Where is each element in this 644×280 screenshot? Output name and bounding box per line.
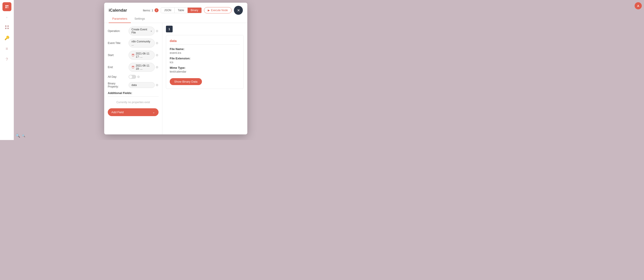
field-label-operation: Operation:	[108, 29, 127, 33]
data-field-extension: File Extension: ics	[170, 57, 240, 64]
items-info: Items: 1 i	[143, 8, 158, 12]
items-label: Items: 1	[143, 9, 153, 12]
additional-fields-label: Additional Fields:	[108, 91, 158, 95]
show-binary-data-button[interactable]: Show Binary Data	[170, 78, 202, 85]
event-title-value: n8n Community ...	[132, 40, 150, 46]
data-field-filename: File Name: event.ics	[170, 47, 240, 54]
field-row-all-day: All Day: ⚙	[108, 75, 158, 79]
field-row-operation: Operation: Create Event File ▾ ⚙	[108, 26, 158, 35]
field-control-event-title: n8n Community ... ⚙	[128, 39, 158, 48]
event-title-gear-icon[interactable]: ⚙	[156, 41, 158, 45]
svg-rect-6	[5, 25, 6, 27]
sidebar: › 🔑 ≡ ?	[0, 0, 14, 140]
field-control-start: ⏰ 2021-06-11 17: ... ⚙	[128, 51, 158, 60]
data-card: data File Name: event.ics File Extension…	[166, 35, 244, 89]
operation-select-value: Create Event File	[132, 28, 151, 34]
no-properties-text: Currently no properties exist	[108, 99, 158, 106]
sidebar-collapse-btn[interactable]: ›	[4, 15, 10, 20]
play-icon: ▶	[208, 9, 210, 12]
node-modal: iCalendar Items: 1 i JSON Table Binary ▶…	[104, 3, 247, 135]
end-gear-icon[interactable]: ⚙	[156, 65, 158, 69]
sidebar-icon-list[interactable]: ≡	[3, 45, 10, 52]
data-card-title: data	[170, 39, 240, 43]
modal-close-button[interactable]: ✕	[234, 6, 243, 15]
right-panel-content: 1 data File Name: event.ics File Extensi…	[162, 23, 247, 135]
start-datetime-input[interactable]: ⏰ 2021-06-11 17: ...	[128, 51, 155, 60]
file-name-value: event.ics	[170, 51, 240, 54]
file-extension-label: File Extension:	[170, 57, 240, 60]
operation-gear-icon[interactable]: ⚙	[156, 29, 158, 33]
field-row-event-title: Event Title: n8n Community ... ⚙	[108, 39, 158, 48]
modal-header: iCalendar Items: 1 i JSON Table Binary ▶…	[104, 3, 247, 15]
left-panel: Operation: Create Event File ▾ ⚙ Event T…	[104, 23, 162, 135]
item-tab-1[interactable]: 1	[166, 26, 173, 32]
all-day-gear-icon[interactable]: ⚙	[137, 75, 140, 79]
field-label-event-title: Event Title:	[108, 41, 127, 45]
execute-btn-label: Execute Node	[211, 9, 228, 12]
field-label-all-day: All Day:	[108, 75, 127, 78]
view-tab-binary[interactable]: Binary	[188, 7, 202, 13]
modal-top-right-controls: Items: 1 i JSON Table Binary ▶ Execute N…	[143, 6, 243, 15]
mime-type-label: Mime Type:	[170, 66, 240, 69]
file-extension-value: ics	[170, 60, 240, 64]
file-name-label: File Name:	[170, 47, 240, 51]
chevron-down-icon: ▾	[151, 30, 152, 32]
field-row-start: Start: ⏰ 2021-06-11 17: ... ⚙	[108, 51, 158, 60]
field-control-operation: Create Event File ▾ ⚙	[128, 26, 158, 35]
start-value: 2021-06-11 17: ...	[136, 52, 152, 58]
clock-icon-start: ⏰	[132, 54, 134, 57]
all-day-toggle[interactable]	[128, 75, 136, 79]
sidebar-logo[interactable]	[2, 2, 12, 11]
sidebar-icon-help[interactable]: ?	[3, 56, 10, 63]
add-field-label: Add Field	[111, 111, 124, 114]
execute-node-button[interactable]: ▶ Execute Node	[204, 7, 232, 13]
view-tabs: JSON Table Binary	[161, 7, 202, 13]
start-gear-icon[interactable]: ⚙	[156, 53, 158, 57]
binary-property-input[interactable]: data	[128, 82, 155, 88]
modal-title: iCalendar	[109, 8, 127, 13]
event-title-input[interactable]: n8n Community ...	[128, 39, 155, 48]
field-control-all-day: ⚙	[128, 75, 158, 79]
svg-rect-7	[8, 25, 9, 27]
sidebar-icon-nodes[interactable]	[3, 24, 10, 31]
svg-rect-8	[5, 28, 6, 29]
add-field-button[interactable]: Add Field ⌄	[108, 108, 158, 116]
data-field-mimetype: Mime Type: text/calendar	[170, 66, 240, 73]
add-field-chevron-icon: ⌄	[152, 111, 155, 114]
tab-parameters[interactable]: Parameters	[109, 15, 131, 23]
svg-rect-9	[8, 28, 9, 29]
tab-settings[interactable]: Settings	[131, 15, 148, 23]
modal-tabs: Parameters Settings	[104, 15, 247, 23]
info-badge: i	[154, 8, 158, 12]
operation-select[interactable]: Create Event File ▾	[128, 26, 155, 35]
right-panel: 1 data File Name: event.ics File Extensi…	[162, 23, 247, 135]
binary-property-gear-icon[interactable]: ⚙	[156, 83, 158, 87]
end-datetime-input[interactable]: ⏰ 2021-06-11 18: ...	[128, 63, 155, 72]
field-label-start: Start:	[108, 54, 127, 57]
field-row-end: End: ⏰ 2021-06-11 18: ... ⚙	[108, 63, 158, 72]
field-row-binary-property: Binary Property: data ⚙	[108, 82, 158, 88]
field-control-end: ⏰ 2021-06-11 18: ... ⚙	[128, 63, 158, 72]
field-control-binary-property: data ⚙	[128, 82, 158, 88]
item-tabs: 1	[166, 26, 244, 32]
view-tab-json[interactable]: JSON	[161, 7, 175, 13]
svg-point-3	[7, 7, 8, 8]
field-label-binary-property: Binary Property:	[108, 82, 127, 88]
clock-icon-end: ⏰	[132, 66, 134, 69]
field-label-end: End:	[108, 66, 127, 69]
end-value: 2021-06-11 18: ...	[136, 64, 152, 70]
additional-fields-section: Additional Fields: Currently no properti…	[108, 91, 158, 116]
view-tab-table[interactable]: Table	[175, 7, 188, 13]
data-card-divider	[170, 44, 240, 45]
sidebar-icon-key[interactable]: 🔑	[3, 34, 10, 41]
modal-body: Operation: Create Event File ▾ ⚙ Event T…	[104, 23, 247, 135]
binary-property-value: data	[132, 84, 137, 87]
mime-type-value: text/calendar	[170, 70, 240, 73]
